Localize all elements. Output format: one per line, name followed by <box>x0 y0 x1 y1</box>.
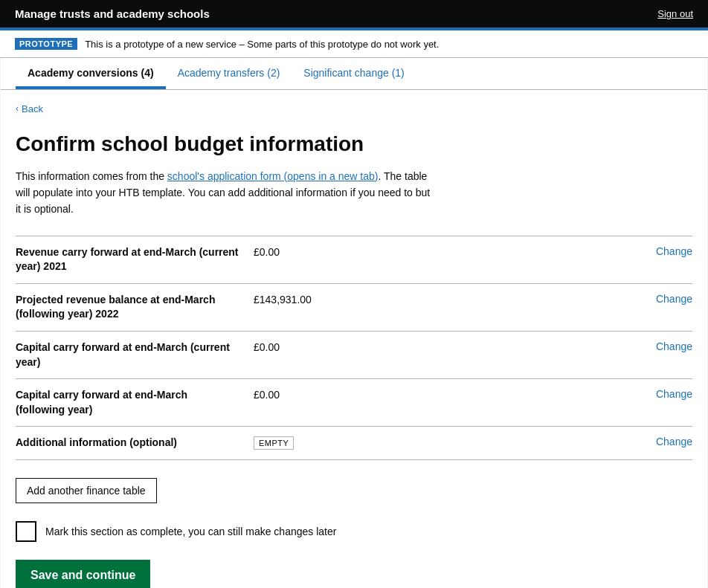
change-link[interactable]: Change <box>656 388 692 400</box>
back-arrow-icon: ‹ <box>16 103 19 114</box>
change-link[interactable]: Change <box>656 340 692 352</box>
summary-action: Change <box>633 245 692 257</box>
summary-row: Projected revenue balance at end-March (… <box>16 284 692 332</box>
summary-row: Revenue carry forward at end-March (curr… <box>16 236 692 284</box>
summary-value: £0.00 <box>254 388 633 403</box>
prototype-message: This is a prototype of a new service – S… <box>85 39 439 50</box>
summary-action: Change <box>633 388 692 400</box>
prototype-tag: PROTOTYPE <box>15 38 77 50</box>
summary-action: Change <box>633 340 692 352</box>
summary-value: £0.00 <box>254 245 633 260</box>
nav-tabs: Academy conversions (4) Academy transfer… <box>1 58 707 90</box>
summary-value: £143,931.00 <box>254 293 633 308</box>
intro-text: This information comes from the school's… <box>16 168 432 218</box>
complete-checkbox[interactable] <box>16 521 36 542</box>
summary-key: Projected revenue balance at end-March (… <box>16 293 254 322</box>
summary-value: £0.00 <box>254 340 633 355</box>
checkbox-section: Mark this section as complete, you can s… <box>16 521 692 542</box>
back-link[interactable]: ‹ Back <box>16 103 43 114</box>
page-content: Confirm school budget information This i… <box>1 120 707 589</box>
add-finance-table-button[interactable]: Add another finance table <box>16 478 157 503</box>
change-link[interactable]: Change <box>656 245 692 257</box>
summary-key: Revenue carry forward at end-March (curr… <box>16 245 254 274</box>
summary-row: Additional information (optional) EMPTY … <box>16 427 692 460</box>
header-title: Manage trusts and academy schools <box>15 7 210 20</box>
summary-row: Capital carry forward at end-March (curr… <box>16 332 692 379</box>
summary-action: Change <box>633 436 692 448</box>
summary-key: Capital carry forward at end-March (curr… <box>16 340 254 369</box>
page-title: Confirm school budget information <box>16 132 692 156</box>
content-wrapper: Academy conversions (4) Academy transfer… <box>1 58 707 588</box>
application-form-link[interactable]: school's application form (opens in a ne… <box>167 170 379 182</box>
header: Manage trusts and academy schools Sign o… <box>0 0 708 28</box>
summary-action: Change <box>633 293 692 305</box>
summary-value: EMPTY <box>254 436 633 450</box>
tab-significant-change[interactable]: Significant change (1) <box>292 58 416 89</box>
checkbox-label[interactable]: Mark this section as complete, you can s… <box>45 526 336 537</box>
save-continue-button[interactable]: Save and continue <box>16 560 150 588</box>
summary-row: Capital carry forward at end-March (foll… <box>16 379 692 427</box>
tab-academy-conversions[interactable]: Academy conversions (4) <box>16 58 166 89</box>
tab-academy-transfers[interactable]: Academy transfers (2) <box>166 58 292 89</box>
empty-badge: EMPTY <box>254 436 294 450</box>
summary-table: Revenue carry forward at end-March (curr… <box>16 236 692 460</box>
back-link-label: Back <box>22 103 43 114</box>
prototype-banner: PROTOTYPE This is a prototype of a new s… <box>0 30 708 58</box>
back-link-container: ‹ Back <box>1 90 707 120</box>
summary-key: Capital carry forward at end-March (foll… <box>16 388 254 417</box>
change-link[interactable]: Change <box>656 436 692 448</box>
sign-out-button[interactable]: Sign out <box>657 8 693 19</box>
change-link[interactable]: Change <box>656 293 692 305</box>
summary-key: Additional information (optional) <box>16 436 254 450</box>
